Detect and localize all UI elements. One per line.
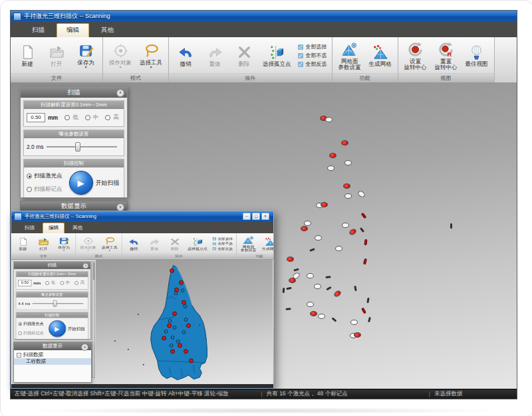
ribbon-button-redo[interactable]: 重做 bbox=[200, 43, 229, 67]
laser-point-marker[interactable] bbox=[354, 332, 361, 338]
marker-dash[interactable] bbox=[354, 286, 356, 291]
exposure-slider[interactable] bbox=[47, 142, 117, 152]
inset-titlebar[interactable]: 手持激光三维扫描仪 -- Scanning ─▢✕ bbox=[11, 211, 273, 221]
marker-point[interactable] bbox=[325, 117, 332, 122]
minimize-button[interactable]: ─ bbox=[243, 213, 251, 220]
ribbon-button-operation-target[interactable]: 操作对象▾ bbox=[77, 235, 98, 251]
radio-resolution-low[interactable] bbox=[45, 281, 49, 285]
laser-point-marker[interactable] bbox=[287, 257, 294, 262]
ribbon-button-new[interactable]: 新建 bbox=[13, 237, 33, 251]
radio-scan-marker-points[interactable] bbox=[27, 187, 32, 192]
radio-resolution-high[interactable] bbox=[74, 281, 78, 285]
ribbon-button-redo[interactable]: 重做 bbox=[144, 237, 165, 251]
radio-resolution-low[interactable] bbox=[65, 115, 70, 120]
select-all[interactable]: 全部选择 bbox=[212, 237, 233, 241]
laser-dash[interactable] bbox=[361, 213, 367, 219]
ribbon-button-set-rotation-center[interactable]: 设置 旋转中心 bbox=[400, 40, 431, 71]
laser-point-marker[interactable] bbox=[329, 153, 336, 158]
marker-dash[interactable] bbox=[368, 317, 371, 323]
marker-dash[interactable] bbox=[331, 317, 336, 322]
ribbon-button-mesh-params[interactable]: 网格面 参数设置 bbox=[334, 40, 365, 71]
marker-point[interactable] bbox=[315, 235, 322, 241]
radio-scan-laser-points[interactable] bbox=[27, 173, 32, 179]
marker-point[interactable] bbox=[314, 284, 321, 289]
ribbon-button-reset-rotation-center[interactable]: R重置 旋转中心 bbox=[431, 40, 462, 71]
marker-dash[interactable] bbox=[366, 298, 369, 303]
marker-point[interactable] bbox=[357, 190, 366, 199]
collapse-icon[interactable]: ∧ bbox=[82, 262, 88, 268]
radio-row-scan-laser-points[interactable]: 扫描激光点 bbox=[27, 172, 63, 180]
laser-dash[interactable] bbox=[363, 259, 367, 265]
laser-point-marker[interactable] bbox=[301, 226, 308, 231]
radio-scan-laser-points[interactable] bbox=[18, 322, 22, 326]
marker-dash[interactable] bbox=[286, 287, 291, 290]
marker-dash[interactable] bbox=[285, 308, 291, 310]
exposure-slider[interactable] bbox=[32, 300, 83, 307]
marker-dash[interactable] bbox=[450, 223, 452, 229]
tab-scan[interactable]: 扫描 bbox=[19, 223, 40, 233]
collapse-icon[interactable]: ∧ bbox=[81, 344, 88, 351]
radio-row-scan-laser-points[interactable]: 扫描激光点 bbox=[18, 321, 44, 326]
data-panel-header[interactable]: 数据显示 ∨ bbox=[20, 201, 128, 211]
radio-row-scan-marker-points[interactable]: 扫描标记点 bbox=[18, 330, 44, 336]
radio-resolution-medium[interactable] bbox=[60, 281, 64, 285]
ribbon-button-open[interactable]: 打开 bbox=[42, 43, 71, 67]
laser-dash[interactable] bbox=[361, 308, 366, 314]
slider-handle[interactable] bbox=[75, 142, 80, 152]
laser-point-marker[interactable] bbox=[341, 140, 348, 146]
tab-scan[interactable]: 扫描 bbox=[23, 24, 54, 37]
tab-edit[interactable]: 编辑 bbox=[43, 223, 65, 233]
laser-point-marker[interactable] bbox=[348, 228, 358, 236]
slider-handle[interactable] bbox=[53, 300, 57, 307]
select-all[interactable]: 全部选择 bbox=[298, 43, 327, 51]
radio-scan-marker-points[interactable] bbox=[18, 332, 22, 336]
ribbon-button-best-view[interactable]: 最佳视图 bbox=[462, 43, 492, 67]
scrollbar[interactable] bbox=[92, 261, 95, 378]
invert-selection[interactable]: 全部反选 bbox=[298, 60, 327, 68]
expander-icon[interactable]: − bbox=[17, 353, 21, 358]
laser-point-marker[interactable] bbox=[333, 290, 342, 298]
resolution-input[interactable]: 0.50 bbox=[27, 113, 45, 122]
marker-dash[interactable] bbox=[326, 286, 331, 291]
marker-point[interactable] bbox=[307, 302, 314, 307]
collapse-icon[interactable]: ∨ bbox=[116, 203, 124, 211]
scrollbar-thumb[interactable] bbox=[93, 262, 94, 280]
inset-viewport-3d[interactable] bbox=[96, 260, 273, 385]
ribbon-button-generate-mesh[interactable]: 生成网格 bbox=[259, 237, 273, 251]
laser-point-marker[interactable] bbox=[310, 311, 317, 316]
ribbon-button-delete[interactable]: 删除 bbox=[229, 43, 259, 67]
radio-resolution-medium[interactable] bbox=[85, 115, 90, 120]
start-scan-button[interactable]: ▶ bbox=[49, 320, 66, 337]
tree-item-project-data[interactable]: 工程数据 bbox=[14, 358, 91, 365]
marker-dash[interactable] bbox=[309, 248, 315, 252]
marker-point[interactable] bbox=[350, 320, 358, 325]
start-scan-button[interactable]: ▶ bbox=[69, 171, 93, 195]
close-button[interactable]: ✕ bbox=[261, 213, 269, 220]
ribbon-button-select-isolated-points[interactable]: 选择孤立点 bbox=[259, 43, 295, 67]
ribbon-button-operation-target[interactable]: 操作对象▾ bbox=[105, 41, 136, 69]
ribbon-button-open[interactable]: 打开 bbox=[33, 237, 54, 251]
marker-dash[interactable] bbox=[283, 288, 285, 293]
laser-point-marker[interactable] bbox=[289, 278, 296, 283]
resolution-input[interactable]: 0.50 bbox=[18, 280, 31, 286]
tab-edit[interactable]: 编辑 bbox=[57, 23, 89, 37]
ribbon-button-undo[interactable]: 撤销 bbox=[171, 43, 200, 67]
marker-point[interactable] bbox=[327, 165, 334, 171]
ribbon-button-select-tool[interactable]: 选择工具▾ bbox=[99, 235, 120, 251]
marker-point[interactable] bbox=[344, 160, 352, 165]
deselect-all[interactable]: 全部不选 bbox=[212, 241, 233, 245]
main-titlebar[interactable]: 手持激光三维扫描仪 -- Scanning bbox=[11, 11, 517, 22]
tree-item-scan-data[interactable]: −扫描数据 bbox=[14, 352, 91, 358]
tab-other[interactable]: 其他 bbox=[92, 24, 123, 37]
marker-point[interactable] bbox=[307, 273, 314, 278]
ribbon-button-undo[interactable]: 撤销 bbox=[124, 237, 144, 251]
laser-point-marker[interactable] bbox=[321, 202, 328, 207]
invert-selection[interactable]: 全部反选 bbox=[212, 247, 233, 251]
radio-resolution-high[interactable] bbox=[105, 115, 110, 120]
marker-point[interactable] bbox=[344, 193, 352, 199]
ribbon-button-save-as[interactable]: 保存为▾ bbox=[54, 235, 74, 251]
marker-point[interactable] bbox=[335, 246, 342, 251]
deselect-all[interactable]: 全部不选 bbox=[298, 52, 327, 59]
marker-dash[interactable] bbox=[360, 227, 364, 233]
ribbon-button-save-as[interactable]: 保存为▾ bbox=[71, 41, 100, 69]
